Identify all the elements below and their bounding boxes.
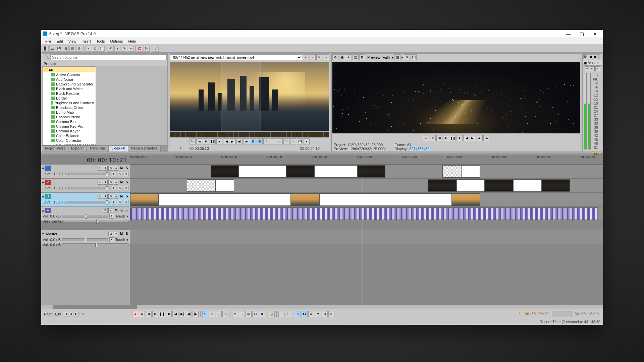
pv-grid-drop-icon[interactable]: ▾ — [401, 55, 403, 60]
bb-region-icon[interactable]: ⚐ — [285, 311, 291, 317]
goto-end-icon[interactable]: ▶| — [230, 138, 236, 144]
save-snap-icon[interactable]: 💾 — [297, 138, 303, 144]
t1-b2-icon[interactable]: ⊕ — [118, 172, 122, 176]
bb-pause-icon[interactable]: ❚❚ — [159, 311, 165, 317]
pv-playstart-icon[interactable]: ⏮ — [436, 135, 442, 141]
copy-icon[interactable]: ⧉ — [92, 46, 98, 52]
pv-copy-icon[interactable]: ⧉ — [404, 54, 410, 60]
clip[interactable] — [187, 179, 215, 192]
tab-transitions[interactable]: Transitions — [87, 146, 109, 152]
bb-snap-icon[interactable]: ∩ — [295, 311, 301, 317]
playhead[interactable] — [362, 165, 362, 305]
bb-q3-icon[interactable]: ⊕ — [322, 311, 328, 317]
menu-file[interactable]: File — [43, 39, 54, 44]
clip[interactable] — [542, 179, 570, 192]
meter-prev-icon[interactable]: ◀ — [589, 54, 593, 59]
new-icon[interactable]: ▋ — [43, 46, 49, 52]
clip[interactable] — [428, 179, 457, 192]
bb-q1-icon[interactable]: ≡ — [308, 311, 314, 317]
bb-t1-icon[interactable]: ⊟ — [239, 311, 245, 317]
fx-item[interactable]: Background Generator — [43, 82, 95, 86]
trimmer-opt3-icon[interactable]: ▾ — [323, 54, 329, 60]
bottom-time-2[interactable]: 00:00:16:14 — [573, 312, 601, 316]
pv-save-icon[interactable]: 💾 — [411, 54, 417, 60]
track-head-1[interactable]: ≡1✂✦⊕◈MS Level: 100,0 %◐⊕◈ — [41, 165, 130, 179]
meter-m[interactable]: M — [590, 66, 595, 71]
fx-item[interactable]: Chroma Key Pro — [43, 124, 95, 129]
redo-drop-icon[interactable]: ▾ — [128, 46, 134, 52]
mark-in-icon[interactable]: [ — [263, 138, 269, 144]
fx-item[interactable]: Color Corrector (Secondary) — [43, 143, 95, 145]
clip[interactable] — [211, 165, 239, 178]
pv-quality-drop-icon[interactable]: ▾ — [392, 55, 394, 60]
t1-slider[interactable] — [68, 173, 110, 175]
track-head-4[interactable]: ≡4⊡✦MS-Inf. Vol:0,0 dB✦Touch▾ Pan:Center — [41, 207, 130, 221]
pv-play-icon[interactable] — [443, 135, 449, 141]
fx-item[interactable]: Bump Map — [43, 110, 95, 115]
clip[interactable] — [315, 165, 357, 178]
menu-insert[interactable]: Insert — [79, 39, 94, 44]
bb-q2-icon[interactable]: ▾ — [315, 311, 321, 317]
pv-start-icon[interactable]: |◀ — [463, 135, 469, 141]
help-icon[interactable]: ? — [153, 46, 159, 52]
trimmer-fx-icon[interactable]: ✦ — [303, 54, 309, 60]
loop-icon[interactable]: ↻ — [190, 138, 196, 144]
trimmer-filmstrip[interactable] — [170, 132, 329, 137]
t1-motion-icon[interactable]: ✂ — [98, 166, 102, 171]
settings-icon[interactable]: ⚙ — [76, 46, 82, 52]
tab-project-media[interactable]: Project Media — [42, 146, 68, 152]
undo-drop-icon[interactable]: ▾ — [114, 46, 120, 52]
bb-t3-icon[interactable]: ⊡ — [252, 311, 258, 317]
trimmer-opt1-icon[interactable]: ≡ — [310, 54, 316, 60]
pv-pause-icon[interactable]: ❚❚ — [450, 135, 456, 141]
fx-search-input[interactable] — [50, 54, 167, 60]
bb-loop-icon[interactable]: ↻ — [139, 311, 145, 317]
menu-edit[interactable]: Edit — [54, 39, 66, 44]
cut-icon[interactable]: ✂ — [85, 46, 91, 52]
clip[interactable] — [513, 179, 542, 192]
time-scrub[interactable] — [552, 311, 572, 317]
clip[interactable] — [442, 165, 461, 178]
goto-start-icon[interactable]: |◀ — [223, 138, 229, 144]
clip[interactable] — [291, 193, 319, 206]
tab-explorer[interactable]: Explorer — [68, 146, 87, 152]
t1-comp-icon[interactable]: ◈ — [114, 166, 118, 171]
mark-out-icon[interactable]: ] — [270, 138, 276, 144]
menu-view[interactable]: View — [66, 39, 79, 44]
undo-icon[interactable]: ↶ — [108, 46, 114, 52]
fx-item[interactable]: Add Noise — [43, 77, 95, 82]
bb-ripple-icon[interactable]: ⫸ — [328, 311, 334, 317]
t1-mute[interactable]: M — [119, 166, 124, 171]
prev-frame-icon[interactable]: ◀| — [236, 138, 243, 144]
trimmer-video[interactable] — [170, 62, 329, 131]
trimmer-remove-icon[interactable]: ✕ — [316, 54, 322, 60]
clip[interactable] — [239, 165, 286, 178]
pv-loop-icon[interactable]: ↻ — [430, 135, 436, 141]
fx-item[interactable]: Black Restore — [43, 91, 95, 96]
fit-icon[interactable]: ⊡ — [257, 138, 263, 144]
clip[interactable] — [452, 193, 480, 206]
pv-stop-icon[interactable]: ■ — [457, 135, 463, 141]
play-start-icon[interactable]: ⏮ — [196, 138, 202, 144]
snap-icon[interactable]: 🧲 — [137, 46, 143, 52]
panel-separator[interactable]: 0:01 — [41, 153, 603, 155]
bb-lock-icon[interactable]: 🔒 — [269, 311, 275, 317]
menu-tools[interactable]: Tools — [94, 39, 108, 44]
stop-icon[interactable]: ■ — [216, 138, 222, 144]
bb-select-icon[interactable]: ⬚ — [216, 311, 222, 317]
bb-autosnap-icon[interactable]: ⋈ — [302, 311, 308, 317]
fx-item[interactable]: Brightness and Contrast — [43, 101, 95, 105]
pv-ext-icon[interactable]: ▣ — [339, 54, 345, 60]
fx-item[interactable]: Chroma Blur — [43, 119, 95, 124]
bb-prev-icon[interactable]: ◀| — [186, 311, 192, 317]
fx-item[interactable]: Color Corrector — [43, 138, 95, 143]
more-icon[interactable]: ⋯ — [290, 138, 296, 144]
clip[interactable] — [461, 165, 480, 178]
next-frame-icon[interactable]: |▶ — [243, 138, 249, 144]
menu-help[interactable]: Help — [125, 39, 139, 44]
region-icon[interactable]: ▭ — [277, 138, 283, 144]
trimmer-file-select[interactable]: 007447452-aerial-view-new-york-financial… — [170, 54, 302, 60]
bb-record-icon[interactable]: ● — [132, 311, 138, 317]
bb-zoom-icon[interactable]: 🔍 — [222, 311, 228, 317]
close-button[interactable]: ✕ — [588, 30, 602, 38]
